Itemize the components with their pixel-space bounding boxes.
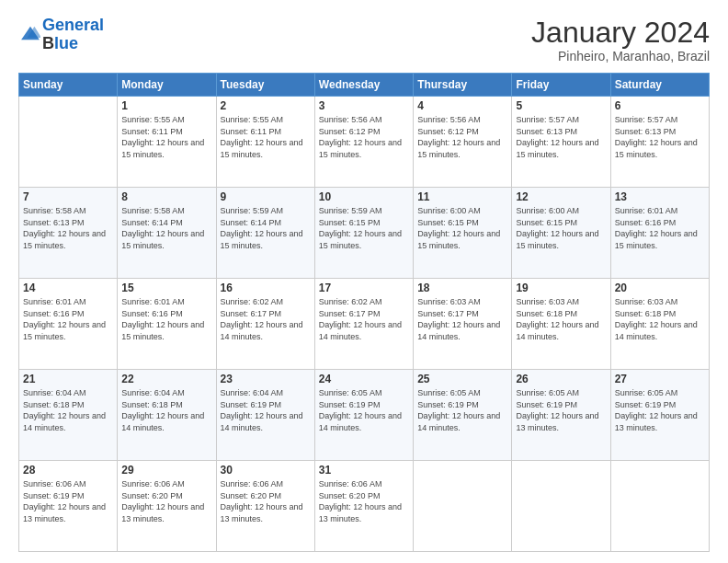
calendar-cell: 28 Sunrise: 6:06 AMSunset: 6:19 PMDaylig… <box>19 461 118 552</box>
day-number: 23 <box>221 373 311 385</box>
day-info: Sunrise: 6:04 AMSunset: 6:18 PMDaylight:… <box>121 388 204 432</box>
logo-icon <box>20 23 40 43</box>
calendar-cell <box>19 97 118 188</box>
calendar-cell: 13 Sunrise: 6:01 AMSunset: 6:16 PMDaylig… <box>610 188 709 279</box>
calendar-week-3: 21 Sunrise: 6:04 AMSunset: 6:18 PMDaylig… <box>19 370 710 461</box>
day-info: Sunrise: 5:55 AMSunset: 6:11 PMDaylight:… <box>121 115 204 159</box>
day-number: 26 <box>516 373 606 385</box>
day-number: 6 <box>615 99 705 112</box>
day-info: Sunrise: 6:06 AMSunset: 6:20 PMDaylight:… <box>121 479 204 523</box>
day-info: Sunrise: 6:05 AMSunset: 6:19 PMDaylight:… <box>319 388 402 432</box>
day-number: 3 <box>319 99 409 112</box>
day-number: 13 <box>615 190 705 203</box>
day-number: 11 <box>417 190 507 203</box>
day-info: Sunrise: 5:57 AMSunset: 6:13 PMDaylight:… <box>516 115 598 159</box>
day-info: Sunrise: 6:00 AMSunset: 6:15 PMDaylight:… <box>516 206 598 250</box>
calendar-cell: 11 Sunrise: 6:00 AMSunset: 6:15 PMDaylig… <box>414 188 512 279</box>
calendar-cell: 22 Sunrise: 6:04 AMSunset: 6:18 PMDaylig… <box>118 370 216 461</box>
calendar-cell <box>414 461 512 552</box>
calendar-cell: 10 Sunrise: 5:59 AMSunset: 6:15 PMDaylig… <box>314 188 413 279</box>
day-number: 25 <box>417 373 507 385</box>
calendar-cell: 1 Sunrise: 5:55 AMSunset: 6:11 PMDayligh… <box>118 97 216 188</box>
day-info: Sunrise: 6:03 AMSunset: 6:18 PMDaylight:… <box>516 297 598 341</box>
day-number: 5 <box>516 99 606 112</box>
day-number: 2 <box>221 99 311 112</box>
day-number: 16 <box>221 282 311 294</box>
day-info: Sunrise: 6:05 AMSunset: 6:19 PMDaylight:… <box>516 388 598 432</box>
day-number: 29 <box>121 464 211 477</box>
col-tuesday: Tuesday <box>216 74 314 97</box>
day-info: Sunrise: 6:01 AMSunset: 6:16 PMDaylight:… <box>615 206 698 250</box>
calendar-cell: 8 Sunrise: 5:58 AMSunset: 6:14 PMDayligh… <box>118 188 216 279</box>
calendar-cell: 7 Sunrise: 5:58 AMSunset: 6:13 PMDayligh… <box>19 188 118 279</box>
day-number: 20 <box>615 282 705 294</box>
day-number: 19 <box>516 282 606 294</box>
day-info: Sunrise: 6:03 AMSunset: 6:17 PMDaylight:… <box>417 297 500 341</box>
calendar-cell <box>512 461 610 552</box>
logo-text: GeneralBlue <box>42 17 104 53</box>
calendar-cell: 21 Sunrise: 6:04 AMSunset: 6:18 PMDaylig… <box>19 370 118 461</box>
calendar-cell: 14 Sunrise: 6:01 AMSunset: 6:16 PMDaylig… <box>19 279 118 370</box>
day-number: 28 <box>23 464 113 477</box>
calendar-cell: 12 Sunrise: 6:00 AMSunset: 6:15 PMDaylig… <box>512 188 610 279</box>
day-info: Sunrise: 6:04 AMSunset: 6:19 PMDaylight:… <box>221 388 303 432</box>
day-info: Sunrise: 6:00 AMSunset: 6:15 PMDaylight:… <box>417 206 500 250</box>
day-info: Sunrise: 6:05 AMSunset: 6:19 PMDaylight:… <box>615 388 698 432</box>
day-number: 7 <box>23 190 113 203</box>
day-number: 9 <box>221 190 311 203</box>
day-info: Sunrise: 6:01 AMSunset: 6:16 PMDaylight:… <box>23 297 106 341</box>
col-wednesday: Wednesday <box>314 74 413 97</box>
day-info: Sunrise: 5:55 AMSunset: 6:11 PMDaylight:… <box>221 115 303 159</box>
calendar-cell: 4 Sunrise: 5:56 AMSunset: 6:12 PMDayligh… <box>414 97 512 188</box>
col-sunday: Sunday <box>19 74 118 97</box>
calendar-week-4: 28 Sunrise: 6:06 AMSunset: 6:19 PMDaylig… <box>19 461 710 552</box>
calendar-table: Sunday Monday Tuesday Wednesday Thursday… <box>18 73 710 552</box>
day-info: Sunrise: 6:05 AMSunset: 6:19 PMDaylight:… <box>417 388 500 432</box>
calendar-cell: 18 Sunrise: 6:03 AMSunset: 6:17 PMDaylig… <box>414 279 512 370</box>
logo: GeneralBlue <box>18 17 104 53</box>
day-number: 24 <box>319 373 409 385</box>
day-number: 31 <box>319 464 409 477</box>
day-number: 21 <box>23 373 113 385</box>
calendar-cell: 16 Sunrise: 6:02 AMSunset: 6:17 PMDaylig… <box>216 279 314 370</box>
calendar-week-0: 1 Sunrise: 5:55 AMSunset: 6:11 PMDayligh… <box>19 97 710 188</box>
day-info: Sunrise: 6:02 AMSunset: 6:17 PMDaylight:… <box>319 297 402 341</box>
day-info: Sunrise: 5:58 AMSunset: 6:13 PMDaylight:… <box>23 206 106 250</box>
day-number: 1 <box>121 99 211 112</box>
title-block: January 2024 Pinheiro, Maranhao, Brazil <box>531 17 710 63</box>
calendar-cell: 27 Sunrise: 6:05 AMSunset: 6:19 PMDaylig… <box>610 370 709 461</box>
calendar-cell: 2 Sunrise: 5:55 AMSunset: 6:11 PMDayligh… <box>216 97 314 188</box>
location: Pinheiro, Maranhao, Brazil <box>531 49 710 63</box>
col-monday: Monday <box>118 74 216 97</box>
day-info: Sunrise: 6:06 AMSunset: 6:20 PMDaylight:… <box>221 479 303 523</box>
month-title: January 2024 <box>531 17 710 49</box>
day-number: 22 <box>121 373 211 385</box>
calendar-cell: 9 Sunrise: 5:59 AMSunset: 6:14 PMDayligh… <box>216 188 314 279</box>
calendar-cell: 15 Sunrise: 6:01 AMSunset: 6:16 PMDaylig… <box>118 279 216 370</box>
header-row: Sunday Monday Tuesday Wednesday Thursday… <box>19 74 710 97</box>
col-saturday: Saturday <box>610 74 709 97</box>
day-info: Sunrise: 5:59 AMSunset: 6:15 PMDaylight:… <box>319 206 402 250</box>
day-number: 14 <box>23 282 113 294</box>
day-info: Sunrise: 6:01 AMSunset: 6:16 PMDaylight:… <box>121 297 204 341</box>
day-number: 17 <box>319 282 409 294</box>
calendar-week-1: 7 Sunrise: 5:58 AMSunset: 6:13 PMDayligh… <box>19 188 710 279</box>
calendar-cell: 20 Sunrise: 6:03 AMSunset: 6:18 PMDaylig… <box>610 279 709 370</box>
day-info: Sunrise: 6:03 AMSunset: 6:18 PMDaylight:… <box>615 297 698 341</box>
calendar-cell: 17 Sunrise: 6:02 AMSunset: 6:17 PMDaylig… <box>314 279 413 370</box>
calendar-week-2: 14 Sunrise: 6:01 AMSunset: 6:16 PMDaylig… <box>19 279 710 370</box>
day-number: 4 <box>417 99 507 112</box>
calendar-cell: 29 Sunrise: 6:06 AMSunset: 6:20 PMDaylig… <box>118 461 216 552</box>
day-info: Sunrise: 5:59 AMSunset: 6:14 PMDaylight:… <box>221 206 303 250</box>
day-info: Sunrise: 5:58 AMSunset: 6:14 PMDaylight:… <box>121 206 204 250</box>
calendar-cell: 26 Sunrise: 6:05 AMSunset: 6:19 PMDaylig… <box>512 370 610 461</box>
calendar-cell: 6 Sunrise: 5:57 AMSunset: 6:13 PMDayligh… <box>610 97 709 188</box>
calendar-cell: 30 Sunrise: 6:06 AMSunset: 6:20 PMDaylig… <box>216 461 314 552</box>
calendar-cell: 5 Sunrise: 5:57 AMSunset: 6:13 PMDayligh… <box>512 97 610 188</box>
day-info: Sunrise: 6:06 AMSunset: 6:20 PMDaylight:… <box>319 479 402 523</box>
day-number: 27 <box>615 373 705 385</box>
day-number: 12 <box>516 190 606 203</box>
day-info: Sunrise: 5:56 AMSunset: 6:12 PMDaylight:… <box>417 115 500 159</box>
day-info: Sunrise: 5:56 AMSunset: 6:12 PMDaylight:… <box>319 115 402 159</box>
day-info: Sunrise: 6:06 AMSunset: 6:19 PMDaylight:… <box>23 479 106 523</box>
